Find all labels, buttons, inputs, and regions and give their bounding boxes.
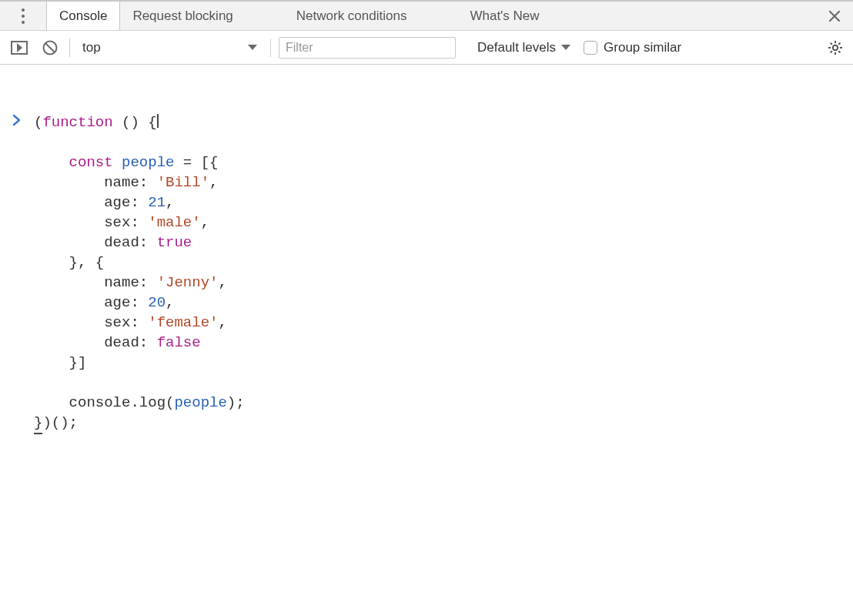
execution-context-select[interactable]: top	[78, 40, 263, 55]
code-token: = [{	[174, 154, 218, 171]
gear-icon	[827, 39, 844, 56]
code-token: ,	[218, 314, 226, 331]
code-token: 'Jenny'	[157, 274, 219, 291]
group-similar-toggle[interactable]: Group similar	[584, 40, 681, 55]
code-token: people	[122, 154, 174, 171]
code-token	[113, 154, 122, 171]
code-token: 21	[148, 194, 166, 211]
console-body: (function () { const people = [{ name: '…	[0, 65, 853, 454]
code-token: 20	[148, 294, 166, 311]
console-input-row[interactable]: (function () { const people = [{ name: '…	[0, 112, 853, 434]
toolbar-divider	[69, 38, 70, 57]
code-token: (	[34, 114, 42, 131]
kebab-icon	[22, 8, 25, 24]
text-cursor	[157, 114, 159, 128]
code-token: 'female'	[148, 314, 218, 331]
code-token: console.log(	[34, 394, 174, 411]
close-drawer-button[interactable]	[816, 2, 853, 30]
code-token: age:	[34, 194, 148, 211]
code-token: ,	[201, 214, 209, 231]
console-toolbar: top Default levels Group similar	[0, 31, 853, 65]
log-levels-select[interactable]: Default levels	[477, 40, 571, 55]
clear-console-button[interactable]	[38, 39, 62, 56]
code-token: dead:	[34, 334, 157, 351]
tab-request-blocking[interactable]: Request blocking	[120, 2, 245, 30]
close-icon	[828, 9, 841, 23]
code-token: name:	[34, 174, 157, 191]
tab-whats-new[interactable]: What's New	[457, 2, 551, 30]
code-token	[34, 154, 69, 171]
code-token: ,	[209, 174, 218, 191]
code-token: false	[157, 334, 201, 351]
devtools-tabstrip: Console Request blocking Network conditi…	[0, 0, 853, 31]
code-token: age:	[34, 294, 148, 311]
code-token: sex:	[34, 314, 148, 331]
code-token: true	[157, 234, 192, 251]
code-token: sex:	[34, 214, 148, 231]
group-similar-label: Group similar	[604, 40, 681, 55]
levels-label: Default levels	[477, 40, 556, 55]
more-tabs-button[interactable]	[0, 2, 46, 30]
toolbar-divider	[270, 38, 271, 57]
code-token: ,	[166, 194, 174, 211]
checkbox-icon	[584, 41, 597, 55]
console-settings-button[interactable]	[827, 39, 844, 56]
code-token: dead:	[34, 234, 157, 251]
code-token: const	[69, 154, 113, 171]
tab-network-conditions[interactable]: Network conditions	[284, 2, 420, 30]
toggle-sidebar-button[interactable]	[8, 41, 31, 55]
tab-label: What's New	[470, 8, 539, 24]
prompt-icon	[0, 112, 34, 126]
tab-label: Request blocking	[132, 8, 232, 24]
code-token: 'Bill'	[157, 174, 209, 191]
code-token: );	[227, 394, 245, 411]
console-code[interactable]: (function () { const people = [{ name: '…	[34, 112, 245, 434]
code-token: name:	[34, 274, 157, 291]
code-token: ,	[218, 274, 226, 291]
code-token: ,	[166, 294, 174, 311]
code-token: }]	[34, 354, 86, 371]
sidebar-icon	[11, 41, 28, 55]
filter-input[interactable]	[279, 37, 456, 59]
context-label: top	[82, 40, 101, 55]
svg-point-2	[833, 45, 838, 49]
tab-console[interactable]: Console	[46, 2, 120, 30]
clear-icon	[42, 39, 59, 56]
chevron-down-icon	[247, 44, 263, 52]
code-token: )();	[42, 414, 78, 431]
code-token: }	[34, 413, 42, 434]
tab-label: Console	[59, 8, 107, 24]
code-token: people	[174, 394, 226, 411]
code-token: }, {	[34, 254, 104, 271]
code-token: 'male'	[148, 214, 200, 231]
code-token: () {	[113, 114, 157, 131]
chevron-down-icon	[560, 44, 571, 52]
code-token: function	[42, 114, 112, 131]
tab-label: Network conditions	[296, 8, 407, 24]
